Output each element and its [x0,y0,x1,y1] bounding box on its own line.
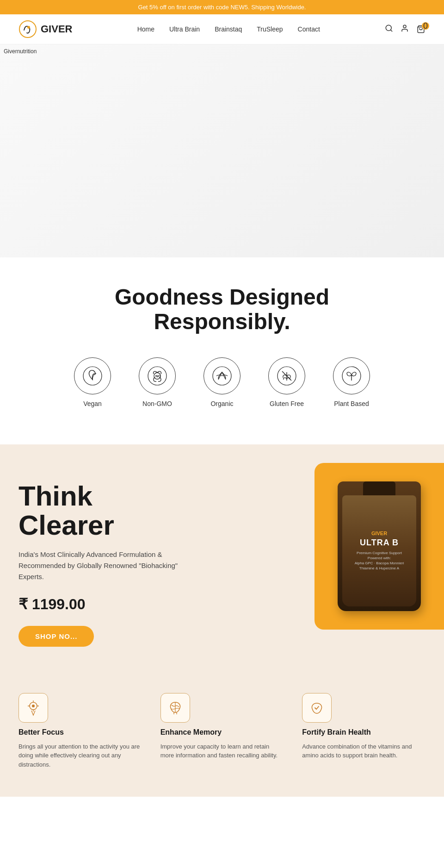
logo-icon [18,20,37,38]
think-clearer-section: Think Clearer India's Most Clinically Ad… [0,444,444,674]
bottle-sub-text: Premium Cognitive Support Powered with: … [355,550,404,571]
gluten-free-circle [268,357,305,394]
nav-contact[interactable]: Contact [298,25,320,33]
non-gmo-circle: NO [139,357,176,394]
svg-point-15 [32,705,35,707]
non-gmo-label: Non-GMO [142,400,172,407]
svg-text:NO: NO [155,374,161,378]
badge-organic: Organic [199,357,245,407]
vegan-icon [82,366,103,386]
nav-brainstaq[interactable]: Brainstaq [215,25,242,33]
svg-point-0 [19,21,36,37]
account-icon[interactable] [401,24,409,35]
organic-icon [212,366,232,386]
product-image: GIVER ULTRA B Premium Cognitive Support … [314,463,444,630]
goodness-title: Goodness Designed Responsibly. [18,285,426,334]
gluten-free-icon [277,366,297,386]
vegan-circle [74,357,111,394]
think-price: ₹ 1199.00 [18,595,250,613]
hero-background [0,44,444,257]
benefit-focus-title: Better Focus [18,728,142,737]
header-icons: 0 [385,24,426,35]
brain-health-icon [308,699,325,716]
badge-plant-based: Plant Based [328,357,375,407]
plant-based-label: Plant Based [334,400,369,407]
benefit-brain-health: Fortify Brain Health Advance combination… [302,693,426,769]
main-nav: Home Ultra Brain Brainstaq TruSleep Cont… [137,25,320,33]
bottle-brand: GIVER [371,531,387,536]
memory-icon-wrap [160,693,190,723]
svg-point-4 [403,25,406,28]
goodness-section: Goodness Designed Responsibly. Vegan [0,257,444,444]
gluten-free-label: Gluten Free [270,400,304,407]
badges-row: Vegan NO Non-GMO [18,357,426,407]
benefit-focus-desc: Brings all your attention to the activit… [18,742,142,769]
badge-non-gmo: NO Non-GMO [134,357,180,407]
benefits-section: Better Focus Brings all your attention t… [0,674,444,797]
focus-icon [25,699,42,716]
non-gmo-icon: NO [147,366,167,386]
think-description: India's Most Clinically Advanced Formula… [18,549,185,582]
organic-label: Organic [210,400,233,407]
product-bottle: GIVER ULTRA B Premium Cognitive Support … [338,481,421,611]
benefit-focus: Better Focus Brings all your attention t… [18,693,142,769]
hero-watermark: Givernutrition [4,48,37,55]
announcement-text: Get 5% off on first order with code NEW5… [138,4,306,11]
badge-gluten-free: Gluten Free [264,357,310,407]
organic-circle [204,357,240,394]
shop-now-button[interactable]: SHOP NO... [18,626,94,647]
vegan-label: Vegan [83,400,102,407]
bottle-cap [363,481,395,495]
plant-based-icon [341,366,362,386]
hero-section: Givernutrition [0,44,444,257]
nav-trusleep[interactable]: TruSleep [257,25,283,33]
cart-count: 0 [422,22,429,30]
benefit-brain-title: Fortify Brain Health [302,728,426,737]
nav-ultra-brain[interactable]: Ultra Brain [169,25,200,33]
announcement-bar: Get 5% off on first order with code NEW5… [0,0,444,14]
benefit-brain-desc: Advance combination of the vitamins and … [302,742,426,760]
svg-line-3 [390,30,392,31]
badge-vegan: Vegan [69,357,116,407]
think-content: Think Clearer India's Most Clinically Ad… [18,481,250,647]
brain-health-icon-wrap [302,693,332,723]
bottle-body: GIVER ULTRA B Premium Cognitive Support … [342,495,416,606]
plant-based-circle [333,357,370,394]
search-icon[interactable] [385,24,393,35]
svg-point-1 [27,26,30,29]
brand-name: GIVER [41,23,72,35]
logo-link[interactable]: GIVER [18,20,72,38]
memory-icon [167,699,184,716]
focus-icon-wrap [18,693,48,723]
benefit-memory-desc: Improve your capacity to learn and retai… [160,742,284,760]
think-title: Think Clearer [18,481,250,540]
header: GIVER Home Ultra Brain Brainstaq TruSlee… [0,14,444,44]
bottle-product-name: ULTRA B [360,538,399,548]
benefit-memory-title: Enhance Memory [160,728,284,737]
benefit-memory: Enhance Memory Improve your capacity to … [160,693,284,769]
nav-home[interactable]: Home [137,25,154,33]
cart-icon[interactable]: 0 [416,25,426,33]
